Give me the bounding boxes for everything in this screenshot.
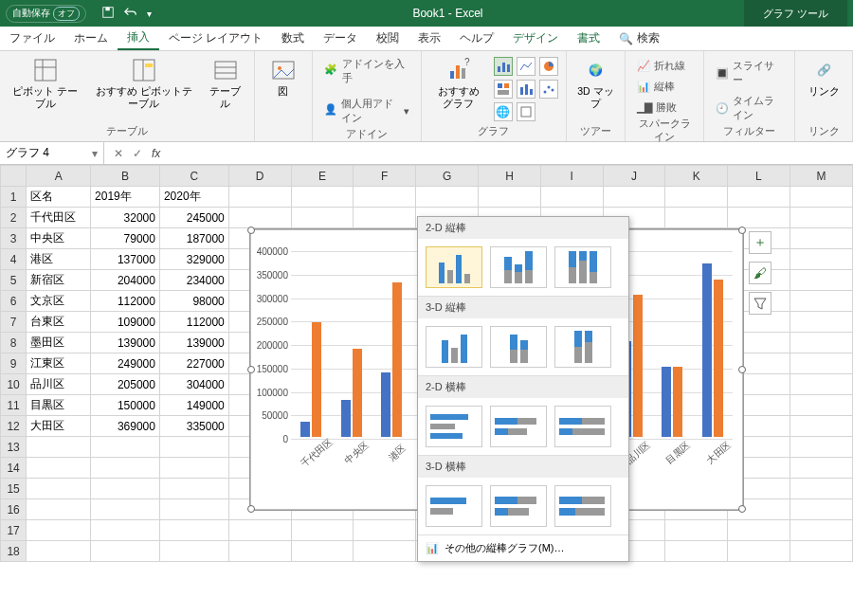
cell-M10[interactable] <box>789 374 852 395</box>
slicer-button[interactable]: 🔳スライサー <box>712 57 787 89</box>
col-header-B[interactable]: B <box>91 166 160 187</box>
statistic-chart-dropdown[interactable] <box>517 80 535 99</box>
pie-chart-dropdown[interactable] <box>539 57 558 76</box>
stacked100-column-3d[interactable] <box>554 326 611 368</box>
row-header-5[interactable]: 5 <box>1 270 27 291</box>
cell-A10[interactable]: 品川区 <box>27 374 91 395</box>
cell-F17[interactable] <box>354 520 416 541</box>
col-header-I[interactable]: I <box>540 166 603 187</box>
cell-K17[interactable] <box>665 520 728 541</box>
cell-B9[interactable]: 249000 <box>91 353 160 374</box>
cell-E17[interactable] <box>291 520 354 541</box>
clustered-column-3d[interactable] <box>426 326 482 368</box>
stacked-column-3d[interactable] <box>490 326 547 368</box>
timeline-button[interactable]: 🕘タイムライン <box>712 92 787 124</box>
cell-J1[interactable] <box>603 187 665 208</box>
cell-B6[interactable]: 112000 <box>91 291 160 312</box>
cell-B8[interactable]: 139000 <box>91 333 160 353</box>
cell-A2[interactable]: 千代田区 <box>27 208 91 228</box>
row-header-4[interactable]: 4 <box>1 249 27 270</box>
pivotchart-dropdown[interactable] <box>517 102 535 121</box>
cell-C18[interactable] <box>159 541 228 562</box>
tab-書式[interactable]: 書式 <box>568 27 609 50</box>
row-header-15[interactable]: 15 <box>1 479 27 499</box>
pivottable-button[interactable]: ピボット テーブル <box>8 55 83 111</box>
cell-C15[interactable] <box>159 479 228 499</box>
cell-C11[interactable]: 149000 <box>159 395 228 416</box>
cell-A12[interactable]: 大田区 <box>27 416 91 437</box>
row-header-18[interactable]: 18 <box>1 541 27 562</box>
col-header-D[interactable]: D <box>228 166 291 187</box>
cell-D18[interactable] <box>228 541 291 562</box>
column-chart-dropdown[interactable] <box>494 57 513 76</box>
cell-M12[interactable] <box>789 416 852 437</box>
cell-C14[interactable] <box>159 458 228 479</box>
cell-C16[interactable] <box>159 499 228 520</box>
cell-C12[interactable]: 335000 <box>159 416 228 437</box>
col-header-G[interactable]: G <box>416 166 479 187</box>
col-header-E[interactable]: E <box>291 166 354 187</box>
bar-港区-2019年[interactable] <box>381 372 390 437</box>
stacked100-column-2d[interactable] <box>554 246 611 288</box>
cell-D17[interactable] <box>228 520 291 541</box>
cell-B7[interactable]: 109000 <box>91 312 160 333</box>
cell-M2[interactable] <box>789 208 852 228</box>
select-all-corner[interactable] <box>1 166 27 187</box>
link-button[interactable]: 🔗リンク <box>803 55 844 100</box>
my-addins-button[interactable]: 👤個人用アドイン ▾ <box>320 95 414 127</box>
cell-M1[interactable] <box>789 187 852 208</box>
cell-A11[interactable]: 目黒区 <box>27 395 91 416</box>
cell-B10[interactable]: 205000 <box>91 374 160 395</box>
name-box[interactable]: グラフ 4▾ <box>0 142 104 164</box>
cell-M18[interactable] <box>789 541 852 562</box>
cell-B14[interactable] <box>91 458 160 479</box>
row-header-11[interactable]: 11 <box>1 395 27 416</box>
cell-M6[interactable] <box>789 291 852 312</box>
cell-E1[interactable] <box>291 187 354 208</box>
cell-A1[interactable]: 区名 <box>27 187 91 208</box>
stacked-bar-3d[interactable] <box>490 485 547 527</box>
row-header-13[interactable]: 13 <box>1 437 27 458</box>
bar-目黒区-2020年[interactable] <box>673 367 682 437</box>
bar-港区-2020年[interactable] <box>392 282 402 437</box>
cell-C6[interactable]: 98000 <box>159 291 228 312</box>
cell-M7[interactable] <box>789 312 852 333</box>
cell-C7[interactable]: 112000 <box>159 312 228 333</box>
bar-中央区-2019年[interactable] <box>341 400 351 437</box>
cell-A13[interactable] <box>27 437 91 458</box>
stacked-bar-2d[interactable] <box>490 406 547 447</box>
row-header-12[interactable]: 12 <box>1 416 27 437</box>
table-button[interactable]: テーブル <box>205 55 246 111</box>
cell-F2[interactable] <box>354 208 416 228</box>
cell-E18[interactable] <box>291 541 354 562</box>
bar-大田区-2019年[interactable] <box>702 263 712 437</box>
cell-M8[interactable] <box>789 333 852 353</box>
cell-B5[interactable]: 204000 <box>91 270 160 291</box>
cell-C5[interactable]: 234000 <box>159 270 228 291</box>
cell-B15[interactable] <box>91 479 160 499</box>
tab-データ[interactable]: データ <box>314 27 367 50</box>
chart-styles-button[interactable]: 🖌 <box>749 262 771 284</box>
tab-校閲[interactable]: 校閲 <box>367 27 408 50</box>
cell-M4[interactable] <box>789 249 852 270</box>
cell-M3[interactable] <box>789 228 852 249</box>
row-header-16[interactable]: 16 <box>1 499 27 520</box>
row-header-1[interactable]: 1 <box>1 187 27 208</box>
stacked100-bar-3d[interactable] <box>554 485 611 527</box>
tab-表示[interactable]: 表示 <box>408 27 450 50</box>
fx-icon[interactable]: fx <box>152 147 160 160</box>
clustered-bar-2d[interactable] <box>426 406 482 447</box>
cell-B13[interactable] <box>91 437 160 458</box>
get-addins-button[interactable]: 🧩アドインを入手 <box>320 55 414 87</box>
cell-M17[interactable] <box>789 520 852 541</box>
search-tab[interactable]: 🔍検索 <box>609 27 669 50</box>
cell-C9[interactable]: 227000 <box>159 353 228 374</box>
autosave-toggle[interactable]: 自動保存 オフ <box>6 5 86 23</box>
cell-E2[interactable] <box>291 208 354 228</box>
cell-L1[interactable] <box>728 187 790 208</box>
tab-挿入[interactable]: 挿入 <box>118 27 159 50</box>
hierarchy-chart-dropdown[interactable] <box>494 80 513 99</box>
cell-K2[interactable] <box>665 208 728 228</box>
bar-目黒区-2019年[interactable] <box>662 367 671 437</box>
cell-D2[interactable] <box>228 208 291 228</box>
